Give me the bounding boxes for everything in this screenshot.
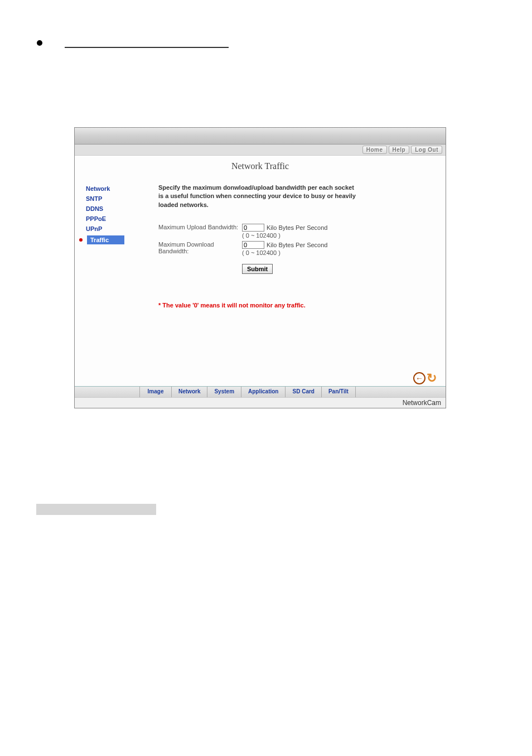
sidebar-item-label: Network	[86, 185, 110, 192]
sidebar-item-upnp[interactable]: UPnP	[86, 224, 153, 234]
main-panel: Specify the maximum donwload/upload band…	[153, 176, 446, 386]
footnote-text: * The value '0' means it will not monito…	[158, 302, 429, 309]
sidebar-item-traffic[interactable]: Traffic	[86, 234, 153, 246]
sidebar-item-network[interactable]: Network	[86, 184, 153, 194]
upload-label: Maximum Upload Bandwidth:	[158, 224, 242, 239]
download-label: Maximum Download Bandwidth:	[158, 241, 242, 256]
window-header-gradient	[75, 128, 446, 145]
sidebar-item-ddns[interactable]: DDNS	[86, 204, 153, 214]
sidebar-item-label: Traffic	[87, 235, 124, 244]
sidebar-item-label: SNTP	[86, 195, 102, 202]
tab-sdcard[interactable]: SD Card	[285, 387, 321, 397]
gray-block	[36, 504, 156, 515]
tab-application[interactable]: Application	[241, 387, 286, 397]
tab-system[interactable]: System	[207, 387, 241, 397]
active-indicator-icon	[79, 238, 83, 242]
tab-spacer	[75, 387, 139, 397]
upload-unit: Kilo Bytes Per Second	[267, 224, 327, 231]
download-row: Maximum Download Bandwidth: Kilo Bytes P…	[158, 241, 429, 256]
upload-input[interactable]	[242, 224, 264, 232]
tab-pantilt[interactable]: Pan/Tilt	[321, 387, 356, 397]
help-button[interactable]: Help	[389, 146, 410, 154]
topbar: Home Help Log Out	[75, 145, 446, 156]
intro-text: Specify the maximum donwload/upload band…	[158, 184, 359, 209]
download-unit: Kilo Bytes Per Second	[267, 242, 327, 248]
underline-bar	[65, 47, 229, 48]
upload-range: ( 0 ~ 102400 )	[242, 232, 327, 239]
page-title: Network Traffic	[75, 156, 446, 176]
sidebar-item-pppoe[interactable]: PPPoE	[86, 214, 153, 224]
bottom-icons: ← ↻	[413, 372, 438, 384]
tab-image[interactable]: Image	[139, 387, 172, 397]
brand-bar: NetworkCam	[75, 397, 446, 408]
logout-button[interactable]: Log Out	[411, 146, 442, 154]
app-window: Home Help Log Out Network Traffic Networ…	[74, 127, 446, 408]
back-icon[interactable]: ←	[413, 372, 425, 384]
sidebar-item-label: PPPoE	[86, 215, 106, 222]
content-area: Network Traffic Network SNTP DDNS PPPoE …	[75, 156, 446, 386]
sidebar-item-label: DDNS	[86, 205, 103, 212]
submit-button[interactable]: Submit	[242, 264, 273, 274]
upload-row: Maximum Upload Bandwidth: Kilo Bytes Per…	[158, 224, 429, 239]
bottom-tabs: Image Network System Application SD Card…	[75, 386, 446, 397]
download-range: ( 0 ~ 102400 )	[242, 249, 327, 256]
download-input[interactable]	[242, 241, 264, 249]
bullet-marker	[37, 40, 42, 46]
tab-network[interactable]: Network	[171, 387, 207, 397]
sidebar-item-sntp[interactable]: SNTP	[86, 194, 153, 204]
refresh-icon[interactable]: ↻	[425, 372, 438, 384]
sidebar-item-label: UPnP	[86, 225, 102, 232]
home-button[interactable]: Home	[362, 146, 387, 154]
sidebar: Network SNTP DDNS PPPoE UPnP Traffic	[75, 176, 153, 386]
